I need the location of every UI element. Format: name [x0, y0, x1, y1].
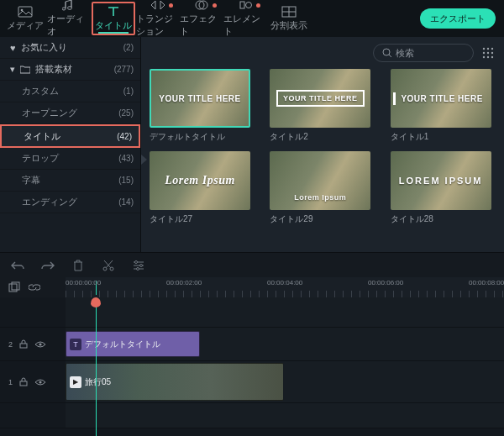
search-icon: [382, 48, 392, 58]
main-panel: ♥お気に入り (2) ▾搭載素材 (277) カスタム (1) オープニング (…: [0, 37, 504, 252]
cut-button[interactable]: [101, 258, 116, 273]
sidebar-label: カスタム: [22, 85, 59, 97]
delete-button[interactable]: [71, 258, 86, 273]
sidebar-item-subtitle[interactable]: 字幕 (15): [0, 170, 140, 192]
clip-label: 旅行05: [85, 376, 111, 388]
tab-label: タイトル: [95, 19, 132, 32]
track-index: 2: [8, 340, 13, 349]
playhead[interactable]: [96, 297, 97, 436]
svg-rect-28: [20, 381, 27, 386]
search-input[interactable]: 検索: [373, 44, 474, 62]
thumbnail-tile[interactable]: Lorem Ipsum: [150, 151, 250, 210]
sidebar-count: (2): [123, 43, 134, 52]
track-lane[interactable]: ▶ 旅行05: [66, 361, 504, 402]
svg-point-9: [383, 49, 390, 55]
svg-point-15: [491, 52, 493, 54]
timeline-toolbar: [0, 252, 504, 277]
thumbnail-tile[interactable]: YOUR TITLE HERE: [270, 69, 370, 128]
thumbnail-overlay-text: YOUR TITLE HERE: [154, 92, 246, 105]
track-lane[interactable]: T デフォルトタイトル: [66, 328, 504, 360]
svg-point-3: [62, 8, 66, 10]
export-button[interactable]: エクスポート: [420, 8, 496, 29]
sidebar-collapse-handle[interactable]: [141, 155, 147, 165]
svg-point-23: [137, 267, 139, 270]
svg-point-13: [483, 52, 485, 54]
thumbnail-tile[interactable]: YOUR TITLE HERE: [391, 69, 491, 128]
sidebar-label: エンディング: [22, 196, 77, 208]
svg-point-29: [39, 381, 41, 383]
tab-effect[interactable]: エフェクト: [180, 0, 223, 37]
transition-icon: [150, 0, 165, 11]
tab-label: エレメント: [223, 13, 267, 38]
undo-button[interactable]: [10, 258, 25, 273]
sidebar-label: テロップ: [22, 152, 59, 165]
tab-audio[interactable]: オーディオ: [47, 0, 91, 37]
title-icon: [106, 6, 121, 18]
tab-media[interactable]: メディア: [3, 0, 47, 37]
eye-icon[interactable]: [34, 378, 46, 386]
clip-video[interactable]: ▶ 旅行05: [66, 363, 284, 401]
sidebar-item-builtin[interactable]: ▾搭載素材 (277): [0, 59, 140, 81]
thumbnail-overlay-text: LOREM IPSUM: [394, 174, 488, 187]
sidebar-item-opening[interactable]: オープニング (25): [0, 102, 140, 124]
update-dot-icon: [213, 3, 217, 8]
thumbnail-item[interactable]: LOREM IPSUMタイトル28: [391, 151, 491, 225]
tab-title[interactable]: タイトル: [92, 2, 135, 35]
svg-point-18: [491, 56, 493, 58]
sidebar-item-title[interactable]: タイトル (42): [0, 124, 140, 148]
sidebar-item-custom[interactable]: カスタム (1): [0, 81, 140, 102]
svg-point-20: [110, 267, 113, 271]
sidebar-label: オープニング: [22, 107, 77, 119]
sidebar-count: (42): [117, 132, 132, 141]
sidebar-count: (14): [118, 197, 134, 207]
svg-rect-26: [20, 344, 27, 348]
media-icon: [18, 6, 33, 18]
redo-button[interactable]: [40, 258, 55, 273]
thumbnail-item[interactable]: YOUR TITLE HEREデフォルトタイトル: [150, 69, 250, 143]
ruler-label: 00:00:08:00: [469, 279, 504, 286]
lock-icon[interactable]: [19, 377, 28, 386]
grid-view-button[interactable]: [479, 44, 497, 62]
svg-point-12: [491, 48, 493, 50]
link-button[interactable]: [29, 282, 40, 292]
heart-icon: ♥: [10, 43, 16, 53]
update-dot-icon: [169, 3, 173, 8]
sidebar-count: (15): [118, 176, 134, 185]
tab-element[interactable]: エレメント: [223, 0, 267, 37]
svg-point-11: [487, 48, 489, 50]
eye-icon[interactable]: [34, 340, 46, 349]
thumbnail-item[interactable]: YOUR TITLE HEREタイトル1: [391, 69, 491, 143]
svg-point-2: [68, 7, 72, 10]
sidebar-count: (25): [118, 108, 134, 118]
sidebar-item-telop[interactable]: テロップ (43): [0, 148, 140, 170]
time-ruler[interactable]: 00:00:00:00 00:00:02:00 00:00:04:00 00:0…: [66, 277, 504, 297]
sidebar-label: タイトル: [24, 130, 60, 143]
adjust-button[interactable]: [131, 258, 146, 273]
track-spacer: [0, 297, 504, 328]
category-sidebar: ♥お気に入り (2) ▾搭載素材 (277) カスタム (1) オープニング (…: [0, 37, 141, 252]
tab-label: エフェクト: [180, 13, 223, 38]
tab-label: トランジション: [136, 13, 180, 38]
svg-point-21: [135, 260, 138, 263]
track-empty: [0, 403, 504, 428]
tab-transition[interactable]: トランジション: [136, 0, 180, 37]
duplicate-button[interactable]: [8, 281, 20, 293]
sidebar-item-ending[interactable]: エンディング (14): [0, 192, 140, 213]
svg-rect-24: [9, 284, 17, 292]
svg-point-22: [140, 264, 143, 266]
sidebar-item-favorites[interactable]: ♥お気に入り (2): [0, 37, 140, 59]
tab-split[interactable]: 分割表示: [267, 0, 311, 37]
thumbnail-tile[interactable]: Lorem Ipsum: [270, 151, 370, 210]
thumbnail-tile[interactable]: YOUR TITLE HERE: [150, 69, 250, 128]
svg-point-27: [39, 343, 41, 345]
svg-rect-0: [18, 7, 32, 17]
track-video: 1 ▶ 旅行05: [0, 361, 504, 403]
thumbnail-item[interactable]: YOUR TITLE HEREタイトル2: [270, 69, 370, 143]
thumbnail-item[interactable]: Lorem Ipsumタイトル27: [150, 151, 250, 225]
thumbnail-item[interactable]: Lorem Ipsumタイトル29: [270, 151, 370, 225]
thumbnail-tile[interactable]: LOREM IPSUM: [391, 151, 491, 210]
ruler-label: 00:00:04:00: [267, 279, 302, 286]
clip-title[interactable]: T デフォルトタイトル: [66, 331, 200, 357]
track-index: 1: [8, 378, 13, 386]
lock-icon[interactable]: [19, 339, 28, 349]
